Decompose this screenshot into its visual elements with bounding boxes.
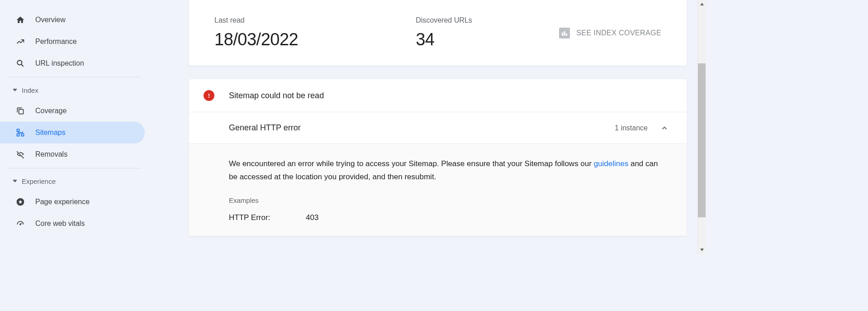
stat-label: Discovered URLs (416, 16, 472, 24)
stats-card: Last read 18/03/2022 Discovered URLs 34 … (189, 0, 687, 66)
svg-rect-5 (17, 134, 19, 136)
error-detail: We encountered an error while trying to … (189, 144, 687, 236)
sidebar-group-index[interactable]: Index (0, 80, 148, 100)
svg-rect-11 (566, 33, 567, 36)
divider (8, 77, 140, 77)
stat-last-read: Last read 18/03/2022 (214, 16, 298, 49)
examples-label: Examples (229, 196, 669, 204)
visibility-off-icon (15, 149, 25, 159)
error-row[interactable]: General HTTP error 1 instance (189, 112, 687, 144)
stat-value: 18/03/2022 (214, 30, 298, 49)
example-row: HTTP Error: 403 (229, 213, 669, 222)
error-title: Sitemap could not be read (229, 91, 324, 100)
svg-rect-4 (22, 134, 24, 136)
svg-rect-2 (19, 110, 24, 114)
sidebar-item-url-inspection[interactable]: URL inspection (0, 53, 145, 74)
sidebar-group-experience[interactable]: Experience (0, 171, 148, 191)
sidebar-group-label: Experience (22, 177, 56, 185)
example-value: 403 (306, 213, 318, 222)
error-header: Sitemap could not be read (189, 79, 687, 112)
error-card: Sitemap could not be read General HTTP e… (189, 79, 687, 236)
trending-icon (15, 37, 25, 47)
star-circle-icon (15, 197, 25, 207)
scroll-thumb[interactable] (698, 63, 706, 217)
stat-label: Last read (214, 16, 298, 24)
sidebar-item-label: Sitemaps (35, 129, 66, 137)
sitemap-icon (15, 128, 25, 138)
sidebar-item-label: URL inspection (35, 59, 84, 67)
link-label: SEE INDEX COVERAGE (576, 29, 661, 37)
sidebar-item-label: Core web vitals (35, 220, 85, 228)
caret-down-icon (13, 88, 17, 92)
caret-down-icon (13, 179, 17, 183)
sidebar-item-sitemaps[interactable]: Sitemaps (0, 122, 145, 144)
divider (8, 168, 140, 168)
chevron-up-icon (660, 124, 669, 132)
svg-point-0 (17, 60, 22, 65)
svg-rect-9 (562, 33, 563, 36)
svg-rect-10 (564, 31, 565, 36)
scrollbar[interactable] (697, 0, 706, 254)
sidebar-item-label: Coverage (35, 107, 66, 115)
sidebar-item-coverage[interactable]: Coverage (0, 100, 145, 122)
svg-point-13 (209, 96, 209, 97)
error-type-label: General HTTP error (229, 123, 301, 133)
stat-value: 34 (416, 30, 472, 49)
instance-count: 1 instance (615, 124, 648, 132)
error-description: We encountered an error while trying to … (229, 158, 669, 184)
svg-point-8 (20, 224, 21, 225)
scroll-up-arrow[interactable] (698, 0, 706, 8)
sidebar-group-label: Index (22, 86, 38, 94)
search-icon (15, 58, 25, 68)
sidebar-item-label: Page experience (35, 198, 90, 206)
home-icon (15, 15, 25, 25)
svg-rect-3 (17, 129, 19, 132)
svg-rect-12 (209, 94, 209, 96)
copy-icon (15, 106, 25, 116)
sidebar-item-performance[interactable]: Performance (0, 31, 145, 53)
guidelines-link[interactable]: guidelines (594, 159, 629, 168)
sidebar-item-label: Overview (35, 16, 66, 24)
bar-chart-icon (559, 28, 570, 38)
main-content: Last read 18/03/2022 Discovered URLs 34 … (148, 0, 697, 254)
error-icon (204, 90, 214, 101)
sidebar-item-overview[interactable]: Overview (0, 9, 145, 31)
stat-discovered-urls: Discovered URLs 34 (416, 16, 472, 49)
sidebar: Overview Performance URL inspection Inde… (0, 0, 148, 254)
scroll-down-arrow[interactable] (698, 246, 706, 254)
example-key: HTTP Error: (229, 213, 306, 222)
sidebar-item-label: Performance (35, 38, 77, 46)
sidebar-item-core-web-vitals[interactable]: Core web vitals (0, 213, 145, 234)
sidebar-item-removals[interactable]: Removals (0, 144, 145, 165)
see-index-coverage-link[interactable]: SEE INDEX COVERAGE (559, 28, 661, 38)
speed-icon (15, 219, 25, 229)
sidebar-item-label: Removals (35, 150, 67, 158)
svg-line-1 (21, 64, 24, 67)
sidebar-item-page-experience[interactable]: Page experience (0, 191, 145, 213)
